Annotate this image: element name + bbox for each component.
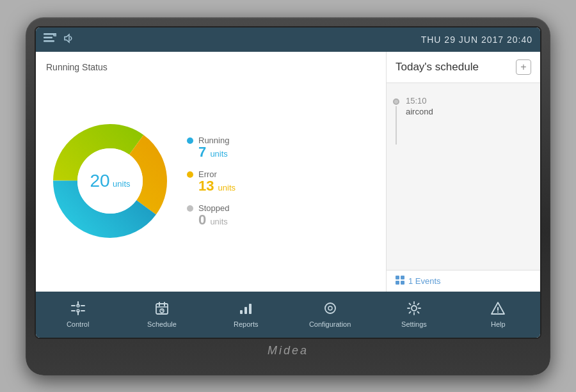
events-grid-icon — [396, 276, 404, 286]
help-label: Help — [491, 320, 506, 328]
brand-label: Midea — [268, 344, 308, 357]
svg-rect-8 — [396, 276, 399, 279]
running-status-panel: Running Status — [36, 52, 387, 292]
stopped-count: 0 units — [198, 213, 229, 227]
schedule-timeline: 15:10 aircond — [393, 91, 534, 150]
svg-rect-1 — [44, 36, 52, 38]
nav-settings[interactable]: Settings — [388, 301, 440, 328]
schedule-icon — [155, 301, 169, 318]
error-dot — [187, 171, 193, 178]
svg-rect-2 — [44, 40, 54, 42]
menu-icon[interactable] — [44, 33, 56, 46]
control-label: Control — [67, 320, 89, 328]
running-count: 7 units — [198, 145, 229, 159]
control-icon — [71, 301, 85, 318]
sound-icon[interactable] — [63, 33, 74, 47]
legend-stopped: Stopped 0 units — [187, 203, 236, 227]
nav-control[interactable]: Control — [52, 301, 104, 328]
stopped-text: Stopped 0 units — [198, 203, 229, 227]
schedule-panel: Today's schedule + 15:10 aircond — [387, 52, 540, 292]
schedule-body: 15:10 aircond — [387, 83, 540, 270]
svg-rect-11 — [401, 281, 404, 285]
total-count: 20 — [90, 171, 109, 191]
svg-point-32 — [412, 306, 417, 311]
svg-rect-10 — [396, 281, 399, 285]
event-time: 15:10 — [406, 96, 433, 106]
stopped-dot — [187, 205, 193, 212]
device-frame: THU 29 JUN 2017 20:40 Running Status — [26, 17, 550, 375]
running-dot — [187, 137, 193, 144]
legend-error: Error 13 units — [187, 169, 236, 193]
schedule-footer: 1 Events — [387, 270, 540, 292]
header-bar: THU 29 JUN 2017 20:40 — [36, 27, 540, 52]
reports-icon — [239, 301, 253, 318]
status-legend: Running 7 units Error — [187, 136, 236, 227]
status-content: 20 units Running 7 units — [46, 79, 378, 284]
svg-rect-29 — [249, 304, 252, 314]
running-text: Running 7 units — [198, 136, 229, 159]
nav-reports[interactable]: Reports — [220, 301, 271, 328]
svg-point-31 — [328, 306, 332, 310]
error-text: Error 13 units — [198, 169, 236, 193]
main-content: Running Status — [36, 52, 540, 292]
donut-chart: 20 units — [46, 117, 174, 245]
svg-point-35 — [497, 311, 499, 313]
nav-help[interactable]: Help — [472, 301, 524, 328]
reports-label: Reports — [234, 320, 259, 328]
help-icon — [491, 301, 505, 318]
nav-configuration[interactable]: Configuration — [305, 301, 356, 328]
schedule-event-0[interactable]: 15:10 aircond — [406, 96, 433, 116]
svg-rect-9 — [401, 276, 404, 279]
total-label: units — [113, 179, 130, 189]
settings-icon — [407, 301, 421, 318]
datetime-display: THU 29 JUN 2017 20:40 — [421, 35, 532, 45]
timeline-vertical-line — [396, 106, 397, 145]
configuration-icon — [323, 301, 337, 318]
add-schedule-button[interactable]: + — [516, 59, 531, 75]
nav-schedule[interactable]: Schedule — [136, 301, 188, 328]
error-count: 13 units — [198, 179, 236, 193]
svg-rect-28 — [244, 307, 247, 314]
timeline-line — [393, 96, 399, 145]
configuration-label: Configuration — [309, 320, 351, 328]
settings-label: Settings — [401, 320, 427, 328]
timeline-dot — [393, 98, 399, 105]
event-name: aircond — [406, 107, 433, 116]
schedule-title: Today's schedule — [396, 61, 479, 74]
schedule-header: Today's schedule + — [387, 52, 540, 83]
running-status-title: Running Status — [46, 62, 378, 72]
svg-point-30 — [325, 303, 335, 313]
events-count-label: 1 Events — [408, 276, 441, 286]
bottom-nav: Control Schedule — [36, 292, 540, 338]
legend-running: Running 7 units — [187, 136, 236, 159]
screen: THU 29 JUN 2017 20:40 Running Status — [35, 26, 541, 339]
schedule-label: Schedule — [147, 320, 177, 328]
donut-center: 20 units — [90, 171, 130, 191]
svg-rect-27 — [240, 310, 243, 314]
header-left-icons — [44, 33, 74, 47]
